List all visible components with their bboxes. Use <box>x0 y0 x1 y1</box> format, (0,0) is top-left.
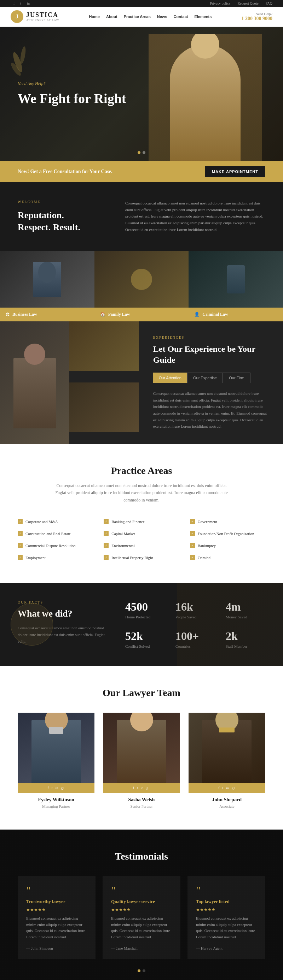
fysley-photo <box>18 713 94 783</box>
experience-tabs[interactable]: Our Attention Our Expertise Our Firm <box>153 372 269 383</box>
li-icon[interactable]: in <box>56 786 58 790</box>
area-label: Government <box>198 520 217 524</box>
business-law-label[interactable]: ⚖ Business Law <box>0 308 94 321</box>
twitter-icon[interactable]: t <box>20 2 21 5</box>
test-stars: ★★★★★ <box>26 907 87 913</box>
tab-firm[interactable]: Our Firm <box>223 372 250 383</box>
team-section: Our Lawyer Team f t in g+ F <box>0 666 283 830</box>
tw-icon[interactable]: t <box>222 786 223 790</box>
practice-areas-header: Practice Areas Consequat occaecat ullamc… <box>18 465 265 504</box>
logo-icon: J <box>11 10 23 23</box>
area-label: Bankruptcy <box>198 544 216 548</box>
exp-image-1 <box>0 321 69 444</box>
instagram-icon[interactable]: in <box>27 2 30 5</box>
experience-tag: EXPERIENCES <box>153 336 269 339</box>
privacy-link[interactable]: Privacy policy <box>210 2 231 5</box>
li-icon[interactable]: in <box>226 786 229 790</box>
criminal-law-text: Criminal Law <box>202 312 228 317</box>
area-capital: ✓ Capital Market <box>104 530 179 538</box>
hero-section: Need Any Help? We Fight for Right <box>0 27 283 161</box>
fb-icon[interactable]: f <box>218 786 219 790</box>
fb-icon[interactable]: f <box>133 786 134 790</box>
test-author: — John Simpson <box>26 946 87 950</box>
tw-icon[interactable]: t <box>52 786 53 790</box>
team-card-fysley: f t in g+ Fysley Wilkinson Managing Part… <box>18 713 94 808</box>
exp-image-2 <box>69 321 139 371</box>
family-law-label[interactable]: 🏠 Family Law <box>94 308 189 321</box>
fb-icon[interactable]: f <box>47 786 48 790</box>
test-stars: ★★★★★ <box>111 907 172 913</box>
area-label: Criminal <box>198 555 211 560</box>
tw-icon[interactable]: t <box>137 786 138 790</box>
business-law-text: Business Law <box>13 312 37 317</box>
nav-news[interactable]: News <box>157 14 167 19</box>
family-law-icon: 🏠 <box>100 312 106 317</box>
hero-pagination[interactable] <box>138 151 145 154</box>
make-appointment-button[interactable]: MAKE APPOINTMENT <box>205 166 265 177</box>
hero-dot-1[interactable] <box>138 151 141 154</box>
nav-phone: Need Help? 1 200 300 9000 <box>241 12 272 22</box>
navbar: J JUSTICA ATTORNEYS AT LAW Home About Pr… <box>0 7 283 27</box>
stats-circle-decoration <box>11 603 53 646</box>
nav-links[interactable]: Home About Practice Areas News Contact E… <box>89 14 211 19</box>
svg-point-1 <box>19 46 27 64</box>
nav-about[interactable]: About <box>106 14 117 19</box>
faq-link[interactable]: FAQ <box>265 2 272 5</box>
area-label: Commercial Dispute Resolution <box>26 544 76 548</box>
tab-attention[interactable]: Our Attention <box>153 372 187 383</box>
sasha-role: Senior Partner <box>103 804 180 808</box>
practice-preview: ⚖ Business Law 🏠 Family Law 👤 <box>0 251 283 321</box>
quote-icon: " <box>26 885 87 896</box>
testimonials-section: Testimonials " Trustworthy lawyer ★★★★★ … <box>0 830 283 980</box>
test-dot-1[interactable] <box>138 969 141 972</box>
facebook-icon[interactable]: f <box>13 2 14 5</box>
test-author: — Harvey Agent <box>196 946 257 950</box>
test-dot-2[interactable] <box>142 969 145 972</box>
fysley-social[interactable]: f t in g+ <box>18 783 94 793</box>
check-icon: ✓ <box>190 531 195 536</box>
business-law-icon: ⚖ <box>6 312 10 317</box>
decorative-leaves <box>11 41 39 85</box>
area-banking: ✓ Banking and Finance <box>104 518 179 525</box>
area-label: Employment <box>26 555 46 560</box>
test-author: — Jane Marshall <box>111 946 172 950</box>
top-links[interactable]: Privacy policy Request Quote FAQ <box>207 2 272 5</box>
fysley-role: Managing Partner <box>18 804 94 808</box>
practice-areas-intro: Consequat occaecat ullamco amet non eius… <box>53 482 230 504</box>
practice-card-business[interactable]: ⚖ Business Law <box>0 251 94 321</box>
john-social[interactable]: f t in g+ <box>189 783 265 793</box>
hero-dot-2[interactable] <box>142 151 145 154</box>
gp-icon[interactable]: g+ <box>147 786 150 790</box>
social-links[interactable]: f t in <box>11 2 30 5</box>
gp-icon[interactable]: g+ <box>61 786 65 790</box>
practice-card-family[interactable]: 🏠 Family Law <box>94 251 189 321</box>
practice-card-criminal[interactable]: 👤 Criminal Law <box>189 251 283 321</box>
nav-practice[interactable]: Practice Areas <box>124 14 151 19</box>
team-header: Our Lawyer Team <box>18 687 265 698</box>
john-name: John Shepard <box>189 797 265 803</box>
quote-icon: " <box>111 885 172 896</box>
check-icon: ✓ <box>104 555 109 560</box>
testimonial-pagination[interactable] <box>18 969 265 972</box>
nav-contact[interactable]: Contact <box>174 14 188 19</box>
team-card-sasha: f t in g+ Sasha Welsh Senior Partner <box>103 713 180 808</box>
test-stars: ★★★★★ <box>196 907 257 913</box>
nav-elements[interactable]: Elements <box>194 14 211 19</box>
quote-icon: " <box>196 885 257 896</box>
test-text: Eiusmod consequat ex adipiscing minim en… <box>196 915 257 940</box>
quote-link[interactable]: Request Quote <box>238 2 259 5</box>
criminal-law-image <box>189 251 283 308</box>
tab-expertise[interactable]: Our Expertise <box>187 372 223 383</box>
area-ip: ✓ Intellectual Property Right <box>104 554 179 562</box>
area-employment: ✓ Employment <box>18 554 93 562</box>
area-corporate: ✓ Corporate and M&A <box>18 518 93 525</box>
experience-text: Consequat occaecat ullamco amet non eius… <box>153 390 269 430</box>
li-icon[interactable]: in <box>141 786 144 790</box>
sasha-social[interactable]: f t in g+ <box>103 783 180 793</box>
criminal-law-label[interactable]: 👤 Criminal Law <box>189 308 283 321</box>
nav-home[interactable]: Home <box>89 14 100 19</box>
test-title: Top lawyer listed <box>196 899 257 904</box>
stats-bg-decoration <box>177 583 283 666</box>
area-commercial: ✓ Commercial Dispute Resolution <box>18 542 93 549</box>
gp-icon[interactable]: g+ <box>232 786 236 790</box>
